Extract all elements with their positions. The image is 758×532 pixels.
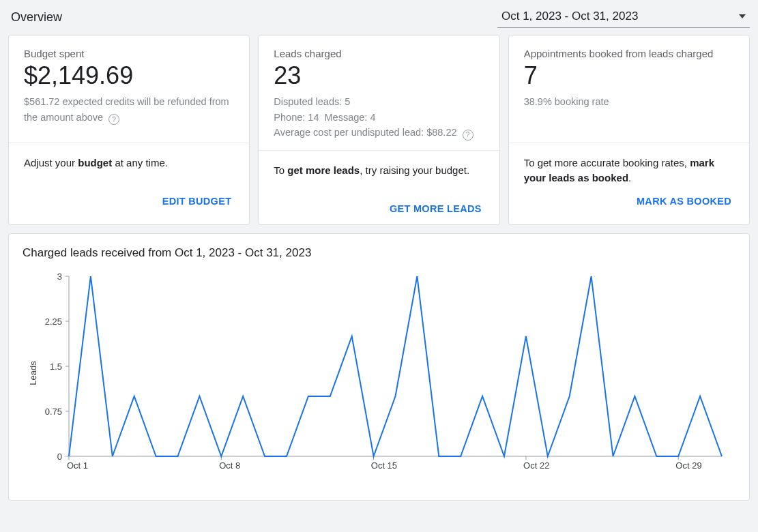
card-leads: Leads charged 23 Disputed leads: 5 Phone… [258, 35, 499, 225]
get-more-leads-button[interactable]: GET MORE LEADS [385, 203, 486, 215]
y-tick-label: 0.75 [35, 406, 62, 416]
x-tick-label: Oct 22 [523, 460, 549, 471]
budget-label: Budget spent [24, 48, 234, 59]
budget-metric: $2,149.69 [24, 61, 234, 90]
budget-hint: Adjust your budget at any time. [9, 143, 249, 188]
budget-desc: $561.72 expected credits will be refunde… [24, 94, 234, 125]
y-tick-label: 0 [35, 451, 62, 461]
appointments-metric: 7 [524, 61, 734, 90]
leads-label: Leads charged [274, 48, 484, 59]
leads-chart: Leads 00.751.52.253Oct 1Oct 8Oct 15Oct 2… [23, 271, 735, 475]
appointments-label: Appointments booked from leads charged [524, 48, 734, 59]
card-appointments: Appointments booked from leads charged 7… [508, 35, 750, 225]
appointments-desc: 38.9% booking rate [524, 94, 734, 109]
x-tick-label: Oct 1 [67, 460, 88, 471]
chart-title: Charged leads received from Oct 1, 2023 … [23, 246, 735, 260]
y-tick-label: 3 [35, 271, 62, 281]
x-tick-label: Oct 8 [219, 460, 240, 471]
chevron-down-icon [739, 14, 746, 18]
date-range-text: Oct 1, 2023 - Oct 31, 2023 [501, 10, 638, 23]
leads-desc: Disputed leads: 5 Phone: 14 Message: 4 A… [274, 94, 484, 140]
card-budget: Budget spent $2,149.69 $561.72 expected … [8, 35, 250, 225]
x-tick-label: Oct 29 [675, 460, 701, 471]
edit-budget-button[interactable]: EDIT BUDGET [158, 195, 236, 207]
info-icon[interactable]: ? [463, 130, 473, 141]
y-tick-label: 2.25 [35, 316, 62, 326]
info-icon[interactable]: ? [108, 114, 119, 125]
leads-hint: To get more leads, try raising your budg… [259, 151, 499, 196]
page-title: Overview [8, 10, 62, 25]
x-tick-label: Oct 15 [371, 460, 397, 471]
date-range-picker[interactable]: Oct 1, 2023 - Oct 31, 2023 [497, 7, 750, 28]
appointments-hint: To get more accurate booking rates, mark… [509, 143, 749, 188]
chart-card: Charged leads received from Oct 1, 2023 … [8, 233, 750, 501]
mark-as-booked-button[interactable]: MARK AS BOOKED [632, 195, 735, 207]
leads-metric: 23 [274, 61, 484, 90]
y-tick-label: 1.5 [35, 361, 62, 371]
